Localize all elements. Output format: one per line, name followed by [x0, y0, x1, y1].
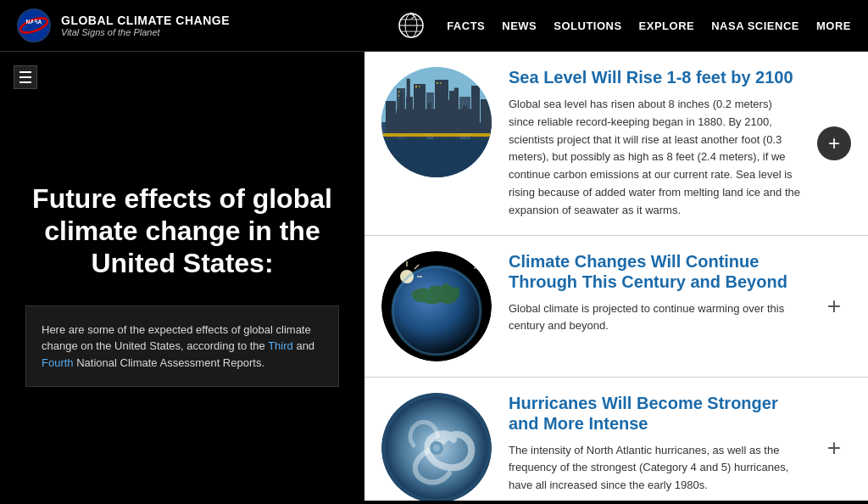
article-image-hurricane: [381, 393, 492, 501]
svg-rect-23: [459, 97, 470, 139]
svg-point-51: [433, 445, 440, 451]
svg-point-3: [31, 22, 37, 29]
svg-rect-24: [471, 86, 480, 139]
description-text-and: and: [293, 339, 314, 352]
description-text-after-link: National Climate Assessment Reports.: [74, 356, 264, 369]
svg-rect-31: [437, 82, 438, 84]
nav-facts[interactable]: FACTS: [447, 20, 485, 32]
main-nav: FACTS NEWS SOLUTIONS EXPLORE NASA SCIENC…: [447, 20, 851, 32]
svg-rect-21: [435, 80, 448, 139]
description-box: Here are some of the expected effects of…: [25, 305, 339, 388]
svg-rect-30: [419, 86, 420, 87]
site-header: NASA GLOBAL CLIMATE CHANGE Vital Signs o…: [0, 0, 868, 52]
article-content-sea-level: Sea Level Will Rise 1-8 feet by 2100 Glo…: [509, 67, 800, 220]
svg-point-39: [482, 255, 484, 256]
article-sea-level: Sea Level Will Rise 1-8 feet by 2100 Glo…: [364, 52, 868, 236]
nav-nasa-science[interactable]: NASA SCIENCE: [711, 20, 799, 32]
svg-rect-29: [415, 86, 417, 87]
svg-rect-17: [397, 88, 405, 139]
svg-rect-28: [398, 95, 400, 97]
article-title-climate: Climate Changes Will Continue Through Th…: [509, 251, 800, 292]
left-panel: Future effects of global climate change …: [0, 52, 364, 501]
page-title: Future effects of global climate change …: [25, 182, 339, 280]
expand-button-sea-level[interactable]: +: [817, 126, 851, 160]
hamburger-line-3: [19, 81, 31, 83]
org-subtitle: Vital Signs of the Planet: [61, 27, 230, 37]
expand-button-climate[interactable]: +: [817, 289, 851, 323]
header-title-block: GLOBAL CLIMATE CHANGE Vital Signs of the…: [61, 14, 230, 37]
main-container: Future effects of global climate change …: [0, 52, 868, 501]
svg-point-37: [402, 257, 403, 259]
article-text-sea-level: Global sea level has risen about 8 inche…: [509, 96, 800, 220]
article-climate-changes: Climate Changes Will Continue Through Th…: [364, 236, 868, 378]
svg-rect-27: [402, 91, 403, 92]
article-title-hurricanes: Hurricanes Will Become Stronger and More…: [509, 393, 800, 434]
svg-rect-18: [406, 97, 413, 139]
article-text-climate: Global climate is projected to continue …: [509, 300, 800, 336]
hamburger-line-2: [19, 76, 31, 78]
article-content-hurricanes: Hurricanes Will Become Stronger and More…: [509, 393, 800, 495]
svg-rect-19: [414, 84, 426, 139]
article-image-climate: [381, 251, 492, 361]
nav-more[interactable]: MORE: [816, 20, 851, 32]
article-content-climate: Climate Changes Will Continue Through Th…: [509, 251, 800, 336]
fourth-report-link[interactable]: Fourth: [42, 356, 74, 369]
hamburger-button[interactable]: [14, 65, 37, 89]
article-hurricanes: Hurricanes Will Become Stronger and More…: [364, 378, 868, 501]
header-right: FACTS NEWS SOLUTIONS EXPLORE NASA SCIENC…: [396, 10, 851, 41]
svg-rect-22: [449, 91, 459, 139]
nav-solutions[interactable]: SOLUTIONS: [554, 20, 621, 32]
article-text-hurricanes: The intensity of North Atlantic hurrican…: [509, 442, 800, 495]
svg-rect-26: [398, 91, 400, 92]
nasa-logo: NASA: [17, 8, 51, 42]
svg-point-38: [474, 267, 476, 269]
svg-rect-32: [440, 82, 442, 84]
globe-icon: [396, 10, 426, 41]
nav-news[interactable]: NEWS: [502, 20, 537, 32]
article-title-sea-level: Sea Level Will Rise 1-8 feet by 2100: [509, 67, 800, 87]
nav-explore[interactable]: EXPLORE: [639, 20, 695, 32]
expand-button-hurricanes[interactable]: +: [817, 431, 851, 465]
svg-rect-15: [381, 135, 492, 177]
article-image-sea-level: [381, 67, 492, 177]
svg-point-36: [389, 263, 391, 265]
hamburger-line-1: [19, 71, 31, 73]
svg-rect-25: [481, 99, 492, 139]
svg-rect-33: [381, 133, 492, 137]
third-report-link[interactable]: Third: [268, 339, 293, 352]
right-panel: Sea Level Will Rise 1-8 feet by 2100 Glo…: [364, 52, 868, 501]
header-brand: NASA GLOBAL CLIMATE CHANGE Vital Signs o…: [17, 8, 230, 42]
org-name: GLOBAL CLIMATE CHANGE: [61, 14, 230, 27]
city-skyline-image: [381, 67, 492, 177]
svg-rect-20: [426, 92, 434, 139]
svg-line-11: [411, 17, 415, 19]
